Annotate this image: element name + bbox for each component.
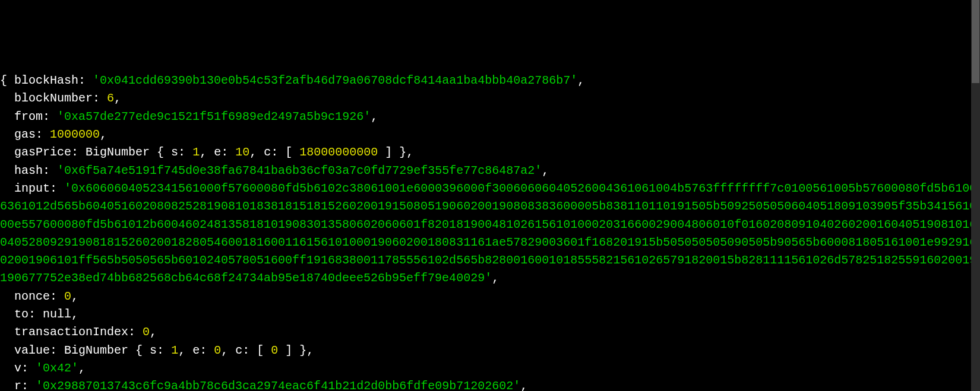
line-transactionindex: transactionIndex: 0, (0, 323, 980, 341)
value-s-key: s (150, 344, 157, 357)
line-to: to: null, (0, 306, 980, 323)
val-from: '0xa57de277ede9c1521f51f6989ed2497a5b9c1… (57, 110, 371, 123)
line-blocknumber: blockNumber: 6, (0, 90, 980, 107)
val-blocknumber: 6 (107, 91, 114, 105)
terminal-output: { blockHash: '0x041cdd69390b130e0b54c53f… (0, 72, 980, 391)
key-to: to (14, 307, 29, 321)
key-hash: hash (14, 164, 43, 177)
scrollbar-track[interactable] (971, 0, 980, 391)
gasprice-e-key: e (214, 145, 221, 159)
line-gasprice: gasPrice: BigNumber { s: 1, e: 10, c: [ … (0, 144, 980, 161)
key-r: r (14, 379, 21, 391)
val-gas: 1000000 (50, 128, 100, 141)
key-from: from (14, 110, 43, 123)
line-input: input: '0x6060604052341561000f57600080fd… (0, 180, 980, 288)
value-c: 0 (271, 344, 278, 357)
gasprice-c-key: c (264, 145, 271, 159)
val-to: null (43, 307, 71, 321)
val-v: '0x42' (36, 361, 78, 375)
gasprice-s-key: s (171, 145, 178, 159)
val-blockhash: '0x041cdd69390b130e0b54c53f2afb46d79a067… (93, 74, 577, 87)
value-c-key: c (235, 344, 242, 357)
key-v: v (14, 361, 21, 375)
value-s: 1 (171, 344, 178, 357)
line-from: from: '0xa57de277ede9c1521f51f6989ed2497… (0, 108, 980, 126)
gasprice-s: 1 (192, 145, 200, 159)
val-input: '0x6060604052341561000f57600080fd5b6102c… (0, 182, 976, 285)
line-gas: gas: 1000000, (0, 126, 980, 144)
val-hash: '0x6f5a74e5191f745d0e38fa67841ba6b36cf03… (57, 164, 542, 177)
value-e: 0 (214, 344, 221, 357)
key-blocknumber: blockNumber (14, 91, 93, 105)
val-r: '0x29887013743c6fc9a4bb78c6d3ca2974eac6f… (36, 379, 520, 391)
value-e-key: e (192, 344, 200, 357)
key-value: value (14, 344, 50, 357)
key-gas: gas (14, 128, 36, 141)
line-nonce: nonce: 0, (0, 288, 980, 306)
scrollbar-thumb[interactable] (972, 0, 979, 83)
gasprice-ident: BigNumber (86, 145, 150, 159)
line-r: r: '0x29887013743c6fc9a4bb78c6d3ca2974ea… (0, 377, 980, 391)
line-value: value: BigNumber { s: 1, e: 0, c: [ 0 ] … (0, 342, 980, 360)
line-blockhash: { blockHash: '0x041cdd69390b130e0b54c53f… (0, 72, 980, 90)
val-transactionindex: 0 (143, 325, 150, 339)
val-nonce: 0 (64, 290, 71, 303)
key-gasprice: gasPrice (14, 145, 71, 159)
line-v: v: '0x42', (0, 360, 980, 377)
line-hash: hash: '0x6f5a74e5191f745d0e38fa67841ba6b… (0, 162, 980, 180)
gasprice-e: 10 (235, 145, 249, 159)
key-transactionindex: transactionIndex (14, 325, 128, 339)
value-ident: BigNumber (64, 344, 128, 357)
gasprice-c: 18000000000 (299, 145, 378, 159)
key-blockhash: blockHash (14, 74, 78, 87)
key-nonce: nonce (14, 290, 50, 303)
key-input: input (14, 182, 50, 195)
